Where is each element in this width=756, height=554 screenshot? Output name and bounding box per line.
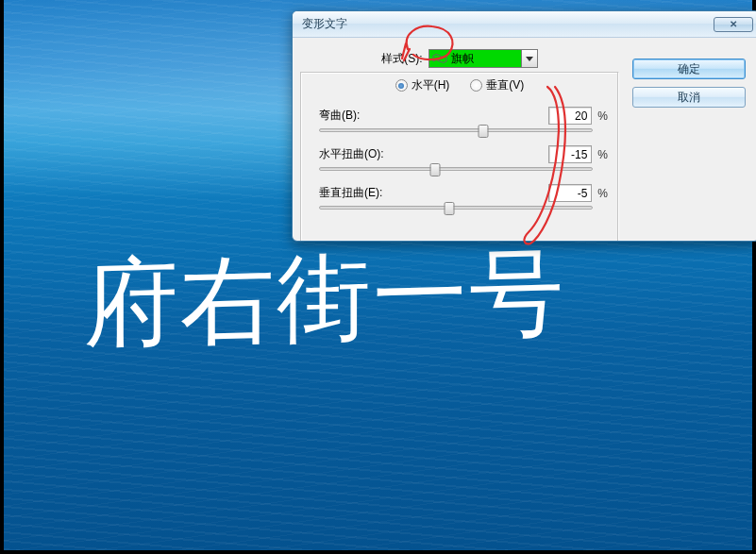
dialog-body: 样式(S): 旗帜 水平(H) (293, 38, 756, 241)
warp-text-dialog: 变形文字 ✕ 样式(S): 旗帜 (292, 10, 756, 242)
dropdown-arrow[interactable] (521, 50, 537, 67)
bend-label: 弯曲(B): (319, 108, 360, 124)
radio-horizontal[interactable]: 水平(H) (395, 77, 450, 93)
style-row: 样式(S): 旗帜 (306, 49, 613, 68)
vdist-block: 垂直扭曲(E): % (306, 184, 613, 210)
dialog-title: 变形文字 (302, 16, 714, 32)
bend-block: 弯曲(B): % (306, 107, 613, 132)
vdist-input[interactable] (548, 184, 592, 202)
hdist-thumb[interactable] (430, 163, 441, 176)
radio-horizontal-label: 水平(H) (412, 77, 450, 93)
bend-input[interactable] (548, 107, 592, 125)
hdist-block: 水平扭曲(O): % (306, 145, 613, 171)
button-column: 确定 取消 (632, 59, 746, 108)
ok-button[interactable]: 确定 (632, 59, 746, 79)
hdist-input[interactable] (548, 145, 592, 163)
close-button[interactable]: ✕ (714, 17, 753, 32)
hdist-unit: % (597, 148, 608, 161)
cancel-label: 取消 (678, 90, 700, 106)
hdist-label: 水平扭曲(O): (319, 146, 384, 162)
vdist-slider[interactable] (319, 206, 593, 210)
vdist-thumb[interactable] (444, 202, 454, 215)
style-dropdown[interactable]: 旗帜 (428, 49, 538, 68)
radio-vertical-label: 垂直(V) (486, 77, 524, 93)
vdist-unit: % (597, 187, 608, 200)
radio-horizontal-input[interactable] (395, 79, 408, 92)
style-selected-item: 旗帜 (429, 50, 521, 67)
hdist-slider[interactable] (319, 167, 593, 171)
style-selected-text: 旗帜 (451, 51, 474, 67)
ok-label: 确定 (678, 61, 700, 77)
orientation-row: 水平(H) 垂直(V) (306, 77, 613, 93)
warped-text-layer: 府右街一号 (84, 228, 565, 371)
bend-unit: % (597, 109, 608, 123)
cancel-button[interactable]: 取消 (632, 87, 746, 108)
dialog-titlebar[interactable]: 变形文字 ✕ (293, 11, 756, 38)
vdist-label: 垂直扭曲(E): (319, 185, 382, 201)
close-icon: ✕ (730, 19, 737, 29)
radio-vertical[interactable]: 垂直(V) (470, 77, 524, 93)
radio-vertical-input[interactable] (470, 79, 482, 92)
options-area: 样式(S): 旗帜 水平(H) (306, 49, 613, 210)
style-label: 样式(S): (381, 51, 422, 67)
bend-thumb[interactable] (478, 125, 488, 138)
bend-slider[interactable] (319, 128, 593, 132)
flag-icon (432, 53, 447, 64)
chevron-down-icon (526, 57, 533, 61)
